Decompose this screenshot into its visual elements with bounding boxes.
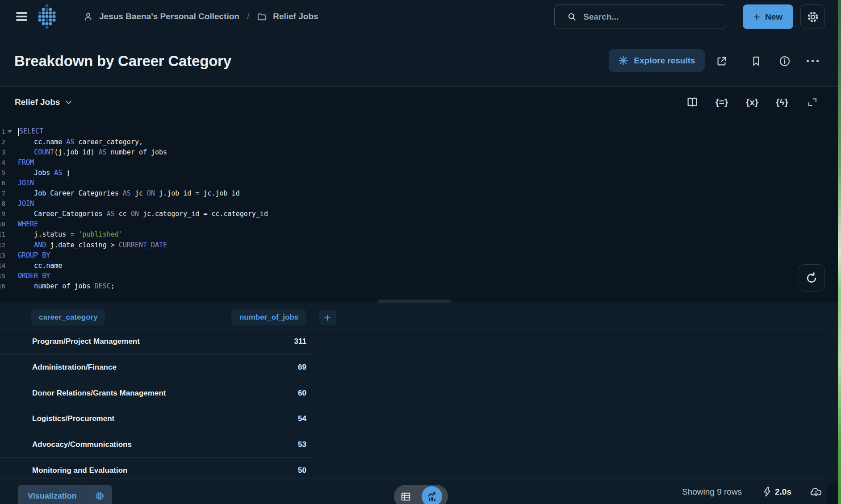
- parameter-icon: {ϟ}: [776, 97, 788, 108]
- cell-career-category[interactable]: Administration/Finance: [32, 363, 117, 372]
- row-count-label: Showing 9 rows: [682, 479, 742, 504]
- chart-view-button[interactable]: [422, 486, 442, 504]
- breadcrumb-item[interactable]: Relief Jobs: [273, 12, 318, 21]
- new-button-label: New: [765, 12, 782, 22]
- code-line: 4FROM: [0, 157, 268, 167]
- share-button[interactable]: [715, 55, 728, 67]
- results-section: career_category number_of_jobs + Program…: [0, 303, 838, 485]
- sparkle-icon: [618, 55, 628, 66]
- hamburger-menu-icon[interactable]: [16, 12, 27, 21]
- parameters-button[interactable]: {ϟ}: [774, 92, 790, 112]
- code-line: 5 Jobs AS j: [0, 167, 268, 178]
- visualization-button-group: Visualization: [18, 485, 112, 504]
- cell-number-of-jobs[interactable]: 50: [298, 466, 306, 475]
- person-icon: [83, 11, 93, 22]
- breadcrumb: Jesus Baena's Personal Collection / Reli…: [83, 0, 318, 33]
- bookmark-button[interactable]: [750, 55, 762, 67]
- divider: [739, 50, 739, 71]
- search-icon: [567, 12, 577, 22]
- cloud-download-icon: [810, 486, 822, 498]
- visualization-settings-button[interactable]: [87, 485, 112, 504]
- cell-number-of-jobs[interactable]: 311: [294, 337, 306, 346]
- code-line: 13GROUP BY: [0, 250, 268, 260]
- breadcrumb-separator: /: [245, 12, 251, 21]
- explore-results-button[interactable]: Explore results: [609, 49, 705, 72]
- top-section: Jesus Baena's Personal Collection / Reli…: [0, 0, 838, 87]
- code-line: 15ORDER BY: [0, 271, 268, 281]
- table-row[interactable]: Advocacy/Communications53: [0, 432, 315, 458]
- code-line: 2 cc.name AS career_category,: [0, 137, 268, 147]
- fold-chevron-icon[interactable]: [8, 130, 12, 133]
- text-cursor: [18, 128, 19, 136]
- data-reference-button[interactable]: [684, 92, 700, 112]
- cell-career-category[interactable]: Advocacy/Communications: [32, 440, 132, 449]
- table-row[interactable]: Donor Relations/Grants Management60: [0, 380, 315, 406]
- chart-icon: [427, 491, 438, 502]
- book-icon: [686, 96, 699, 108]
- bookmark-icon: [750, 55, 762, 67]
- datasource-picker[interactable]: Relief Jobs: [15, 92, 72, 112]
- page-title: Breakdown by Career Category: [14, 53, 231, 70]
- cell-career-category[interactable]: Donor Relations/Grants Management: [32, 389, 166, 398]
- code-line: 1SELECT: [0, 126, 268, 137]
- code-line: 7 Job_Career_Categories AS jc ON j.job_i…: [0, 188, 268, 199]
- code-line: 9 Career_Categories AS cc ON jc.category…: [0, 209, 268, 219]
- search-placeholder: Search...: [583, 12, 619, 22]
- info-button[interactable]: [778, 55, 791, 67]
- cell-number-of-jobs[interactable]: 60: [298, 389, 306, 398]
- sql-editor[interactable]: 1SELECT2 cc.name AS career_category,3 CO…: [0, 126, 268, 292]
- code-line: 10WHERE: [0, 219, 268, 229]
- table-icon: [400, 491, 411, 502]
- results-table: Program/Project Management311Administrat…: [0, 329, 315, 483]
- metabase-logo[interactable]: [38, 4, 56, 29]
- cell-number-of-jobs[interactable]: 54: [298, 414, 306, 423]
- snippet-icon: {=}: [715, 97, 728, 108]
- table-row[interactable]: Administration/Finance69: [0, 355, 315, 381]
- lightning-icon: [763, 487, 771, 497]
- code-line: 14 cc.name: [0, 260, 268, 271]
- code-line: 16 number_of_jobs DESC;: [0, 281, 268, 291]
- refresh-icon: [805, 271, 818, 285]
- info-icon: [778, 55, 791, 67]
- refresh-query-button[interactable]: [798, 264, 825, 292]
- code-line: 3 COUNT(j.job_id) AS number_of_jobs: [0, 147, 268, 157]
- code-line: 6JOIN: [0, 178, 268, 188]
- table-view-button[interactable]: [400, 491, 411, 502]
- cell-career-category[interactable]: Logistics/Procurement: [32, 414, 114, 423]
- settings-button[interactable]: [800, 4, 825, 29]
- gear-icon: [94, 491, 105, 501]
- cell-career-category[interactable]: Monitoring and Evaluation: [32, 466, 127, 475]
- duration-label: 2.0s: [775, 487, 791, 497]
- cell-career-category[interactable]: Program/Project Management: [32, 337, 140, 346]
- desktop-background-edge: [838, 0, 841, 504]
- query-duration: 2.0s: [763, 479, 791, 504]
- search-input[interactable]: Search...: [554, 4, 726, 29]
- table-row[interactable]: Logistics/Procurement54: [0, 406, 315, 432]
- cell-number-of-jobs[interactable]: 53: [298, 440, 306, 449]
- variables-button[interactable]: {x}: [744, 92, 760, 112]
- cell-number-of-jobs[interactable]: 69: [298, 363, 306, 372]
- snippets-button[interactable]: {=}: [714, 92, 730, 112]
- explore-results-label: Explore results: [634, 56, 695, 66]
- code-line: 12 AND j.date_closing > CURRENT_DATE: [0, 240, 268, 250]
- new-button[interactable]: + New: [743, 4, 793, 29]
- visualization-button[interactable]: Visualization: [18, 485, 87, 504]
- datasource-label: Relief Jobs: [15, 97, 60, 107]
- chevron-down-icon: [65, 100, 72, 104]
- code-line: 11 j.status = 'published': [0, 229, 268, 240]
- corners-icon: [807, 97, 818, 108]
- format-query-button[interactable]: [804, 92, 820, 112]
- download-results-button[interactable]: [810, 486, 822, 498]
- view-toggle: [394, 485, 448, 504]
- variable-icon: {x}: [746, 97, 758, 108]
- add-column-button[interactable]: +: [319, 310, 336, 325]
- code-line: 8JOIN: [0, 199, 268, 209]
- more-options-button[interactable]: [807, 60, 819, 62]
- bottom-bar: Visualization Showing 9 rows: [0, 479, 827, 504]
- table-row[interactable]: Program/Project Management311: [0, 329, 315, 355]
- breadcrumb-collection[interactable]: Jesus Baena's Personal Collection: [99, 12, 239, 21]
- folder-icon: [257, 12, 267, 22]
- column-header-number-of-jobs[interactable]: number_of_jobs: [231, 309, 306, 325]
- column-header-career-category[interactable]: career_category: [31, 309, 105, 325]
- plus-icon: +: [753, 11, 760, 22]
